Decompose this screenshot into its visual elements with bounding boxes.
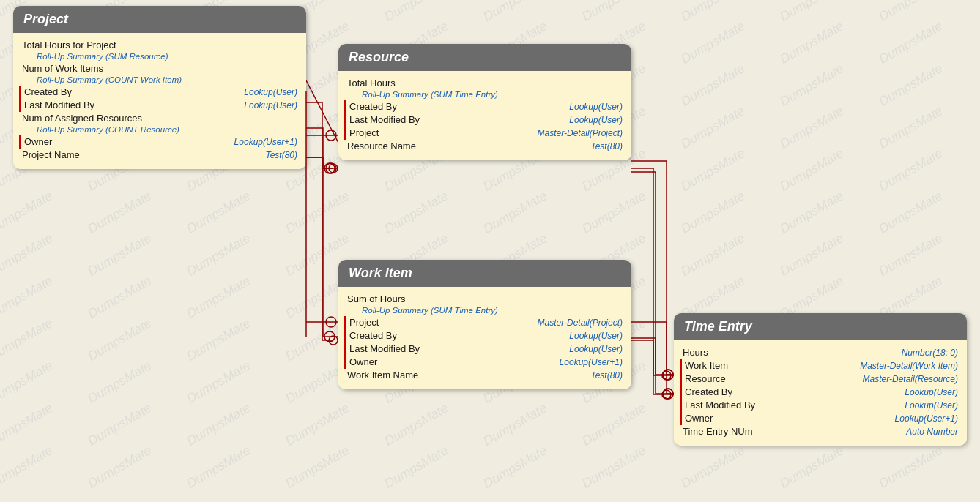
field-name: Project	[349, 127, 385, 138]
entity-resource: Resource Total Hours Roll-Up Summary (SU…	[338, 44, 631, 160]
entity-resource-title: Resource	[349, 50, 409, 64]
field-name: Created By	[349, 101, 403, 112]
field-name: Project	[349, 317, 385, 328]
field-subtype: Roll-Up Summary (COUNT Resource)	[22, 125, 297, 135]
field-row: Project Master-Detail(Project)	[344, 316, 623, 329]
field-type: Lookup(User)	[569, 102, 623, 112]
field-subtype: Roll-Up Summary (COUNT Work Item)	[22, 75, 297, 86]
field-row-owner: Owner Lookup(User+1)	[19, 135, 297, 149]
field-row: Total Hours	[347, 77, 623, 90]
field-type: Lookup(User)	[244, 100, 297, 110]
field-row-created-by: Created By Lookup(User)	[19, 86, 297, 99]
diagram-container: Project Total Hours for Project Roll-Up …	[0, 0, 980, 502]
field-type: Lookup(User)	[569, 331, 623, 341]
field-name: Last Modified By	[685, 400, 761, 411]
entity-workitem: Work Item Sum of Hours Roll-Up Summary (…	[338, 260, 631, 389]
entity-workitem-title: Work Item	[349, 266, 412, 280]
field-name: Num of Assigned Resources	[22, 113, 148, 124]
field-row: Owner Lookup(User+1)	[680, 412, 958, 425]
entity-timeentry: Time Entry Hours Number(18; 0) Work Item…	[674, 313, 967, 446]
field-type: Test(80)	[265, 150, 297, 160]
field-type: Master-Detail(Resource)	[863, 374, 958, 384]
field-type: Lookup(User)	[569, 344, 623, 354]
field-name: Sum of Hours	[347, 293, 411, 304]
field-row-project-name: Project Name Test(80)	[22, 149, 297, 162]
entity-workitem-header: Work Item	[338, 260, 631, 287]
field-row: Time Entry NUm Auto Number	[683, 425, 958, 438]
field-row: Num of Work Items	[22, 62, 297, 75]
field-name: Last Modified By	[349, 114, 426, 125]
field-name: Created By	[349, 330, 403, 341]
field-type: Number(18; 0)	[902, 348, 958, 358]
entity-project-body: Total Hours for Project Roll-Up Summary …	[13, 33, 306, 169]
field-type: Auto Number	[906, 427, 958, 437]
field-type: Lookup(User)	[569, 115, 623, 125]
field-subtype: Roll-Up Summary (SUM Time Entry)	[347, 90, 623, 100]
entity-timeentry-title: Time Entry	[684, 319, 752, 334]
field-row: Hours Number(18; 0)	[683, 346, 958, 359]
field-name: Work Item	[685, 360, 734, 371]
field-row: Project Master-Detail(Project)	[344, 127, 623, 140]
field-type: Lookup(User)	[905, 387, 958, 397]
field-name: Created By	[24, 86, 78, 97]
field-row: Created By Lookup(User)	[344, 329, 623, 342]
field-type: Master-Detail(Project)	[538, 318, 623, 328]
field-name: Time Entry NUm	[683, 426, 759, 437]
field-row: Owner Lookup(User+1)	[344, 356, 623, 369]
field-name: Work Item Name	[347, 370, 424, 381]
field-row: Num of Assigned Resources	[22, 112, 297, 125]
field-name: Resource Name	[347, 141, 422, 151]
field-name: Total Hours for Project	[22, 40, 122, 50]
field-type: Master-Detail(Project)	[538, 128, 623, 138]
entity-resource-body: Total Hours Roll-Up Summary (SUM Time En…	[338, 71, 631, 160]
field-name: Owner	[685, 413, 719, 424]
field-row: Resource Master-Detail(Resource)	[680, 372, 958, 386]
entity-resource-header: Resource	[338, 44, 631, 71]
field-row: Resource Name Test(80)	[347, 140, 623, 153]
field-row: Last Modified By Lookup(User)	[680, 399, 958, 412]
field-subtype: Roll-Up Summary (SUM Time Entry)	[347, 306, 623, 316]
field-row: Work Item Master-Detail(Work Item)	[680, 359, 958, 372]
field-name: Hours	[683, 347, 714, 358]
entity-project-header: Project	[13, 6, 306, 33]
field-name: Created By	[685, 386, 738, 397]
field-type: Lookup(User+1)	[560, 357, 623, 367]
field-name: Last Modified By	[349, 343, 426, 354]
field-type: Lookup(User+1)	[895, 413, 958, 424]
field-name: Project Name	[22, 149, 86, 160]
entity-project: Project Total Hours for Project Roll-Up …	[13, 6, 306, 169]
field-subtype: Roll-Up Summary (SUM Resource)	[22, 52, 297, 62]
entity-timeentry-header: Time Entry	[674, 313, 967, 340]
field-name: Last Modified By	[24, 100, 100, 110]
entity-timeentry-body: Hours Number(18; 0) Work Item Master-Det…	[674, 340, 967, 446]
field-type: Lookup(User)	[244, 87, 297, 97]
field-type: Master-Detail(Work Item)	[860, 361, 958, 371]
field-row: Total Hours for Project	[22, 39, 297, 52]
field-row: Created By Lookup(User)	[680, 386, 958, 399]
field-row: Created By Lookup(User)	[344, 100, 623, 113]
field-row: Last Modified By Lookup(User)	[344, 342, 623, 356]
field-name: Resource	[685, 373, 732, 384]
field-type: Test(80)	[590, 370, 623, 381]
field-type: Lookup(User)	[905, 400, 958, 411]
field-type: Lookup(User+1)	[234, 137, 297, 147]
field-row: Last Modified By Lookup(User)	[344, 113, 623, 127]
field-name: Owner	[24, 136, 58, 147]
field-name: Total Hours	[347, 78, 401, 89]
field-row: Work Item Name Test(80)	[347, 369, 623, 382]
field-row-last-modified: Last Modified By Lookup(User)	[19, 99, 297, 112]
field-type: Test(80)	[590, 141, 623, 151]
entity-project-title: Project	[23, 12, 68, 26]
entity-workitem-body: Sum of Hours Roll-Up Summary (SUM Time E…	[338, 287, 631, 389]
field-name: Owner	[349, 356, 383, 367]
field-name: Num of Work Items	[22, 63, 109, 74]
field-row: Sum of Hours	[347, 293, 623, 306]
